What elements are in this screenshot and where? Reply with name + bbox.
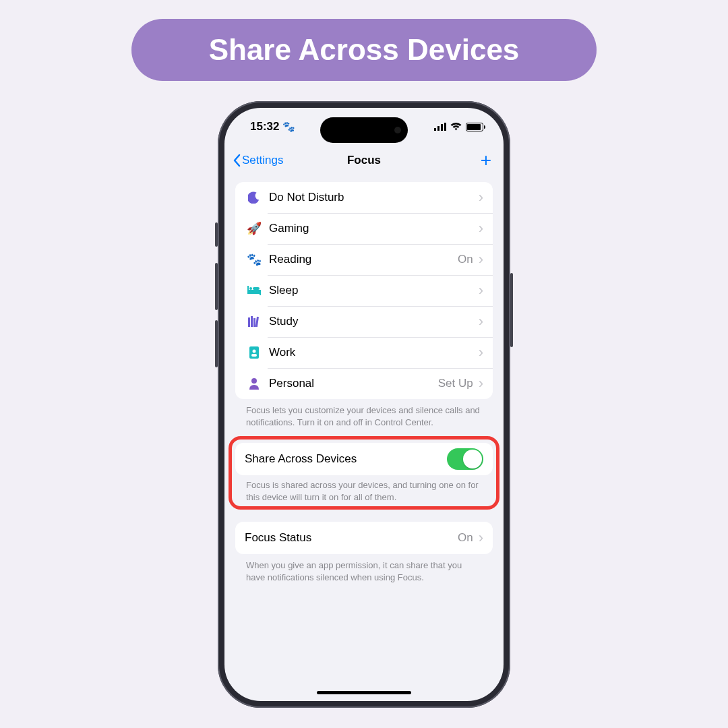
screen: 15:32 🐾 Settings Focus + [224, 108, 504, 701]
chevron-right-icon: › [479, 314, 483, 329]
row-label: Focus Status [245, 531, 311, 545]
svg-rect-0 [434, 128, 436, 131]
svg-rect-8 [253, 287, 260, 290]
svg-rect-4 [247, 290, 261, 294]
row-label: Do Not Disturb [269, 191, 344, 204]
focus-list: Do Not Disturb › 🚀 Gaming › 🐾 Reading [235, 182, 493, 399]
page-title: Focus [347, 154, 381, 167]
back-label: Settings [242, 154, 283, 167]
focus-row-gaming[interactable]: 🚀 Gaming › [235, 213, 493, 244]
side-button [510, 273, 513, 347]
chevron-right-icon: › [479, 345, 483, 360]
share-toggle[interactable] [447, 448, 483, 470]
chevron-right-icon: › [479, 190, 483, 205]
chevron-right-icon: › [479, 283, 483, 298]
side-button [215, 222, 218, 247]
chevron-right-icon: › [479, 530, 483, 545]
svg-rect-11 [253, 318, 255, 327]
svg-rect-2 [441, 124, 443, 131]
books-icon [245, 316, 264, 327]
focus-row-personal[interactable]: Personal Set Up › [235, 368, 493, 399]
svg-rect-5 [247, 286, 249, 294]
chevron-left-icon [233, 154, 241, 167]
person-icon [245, 377, 264, 390]
svg-point-14 [253, 350, 256, 353]
chevron-right-icon: › [479, 221, 483, 236]
share-label: Share Across Devices [245, 452, 357, 466]
home-indicator[interactable] [317, 691, 411, 694]
row-value: Set Up [438, 377, 473, 390]
row-label: Reading [269, 253, 311, 266]
focus-row-do-not-disturb[interactable]: Do Not Disturb › [235, 182, 493, 213]
row-value: On [458, 253, 473, 266]
row-label: Study [269, 315, 298, 328]
focus-row-reading[interactable]: 🐾 Reading On › [235, 244, 493, 275]
banner-title: Share Across Devices [209, 33, 520, 67]
row-label: Work [269, 346, 295, 359]
phone-frame: 15:32 🐾 Settings Focus + [218, 101, 510, 708]
row-label: Gaming [269, 222, 309, 235]
focus-status-row[interactable]: Focus Status On › [235, 522, 493, 554]
svg-rect-9 [248, 317, 250, 327]
svg-rect-1 [437, 126, 439, 131]
share-footer: Focus is shared across your devices, and… [235, 475, 493, 503]
nav-bar: Settings Focus + [224, 146, 504, 175]
focus-row-sleep[interactable]: Sleep › [235, 275, 493, 306]
row-value: On [458, 531, 473, 545]
side-button [215, 320, 218, 367]
svg-rect-10 [251, 316, 253, 327]
status-time: 15:32 [250, 120, 279, 133]
rocket-icon: 🚀 [245, 221, 264, 236]
svg-rect-6 [260, 290, 261, 295]
svg-point-7 [249, 287, 252, 290]
svg-rect-12 [255, 317, 259, 327]
battery-icon [466, 123, 483, 131]
cellular-icon [434, 123, 446, 131]
instruction-banner: Share Across Devices [131, 19, 597, 81]
focus-status-footer: When you give an app permission, it can … [235, 554, 493, 583]
badge-icon [245, 346, 264, 359]
focus-footer: Focus lets you customize your devices an… [235, 399, 493, 428]
svg-point-16 [251, 378, 257, 384]
chevron-right-icon: › [479, 376, 483, 391]
share-across-devices-row: Share Across Devices [235, 443, 493, 475]
paw-icon: 🐾 [282, 121, 295, 133]
chevron-right-icon: › [479, 252, 483, 267]
back-button[interactable]: Settings [233, 154, 283, 167]
add-button[interactable]: + [477, 150, 495, 171]
paw-icon: 🐾 [245, 252, 264, 267]
bed-icon [245, 286, 264, 295]
row-label: Personal [269, 377, 314, 390]
svg-rect-3 [444, 123, 446, 131]
focus-row-study[interactable]: Study › [235, 306, 493, 337]
focus-row-work[interactable]: Work › [235, 337, 493, 368]
dynamic-island [320, 117, 408, 143]
row-label: Sleep [269, 284, 298, 297]
moon-icon [245, 191, 264, 204]
svg-rect-15 [251, 354, 257, 357]
side-button [215, 263, 218, 310]
wifi-icon [450, 123, 462, 131]
